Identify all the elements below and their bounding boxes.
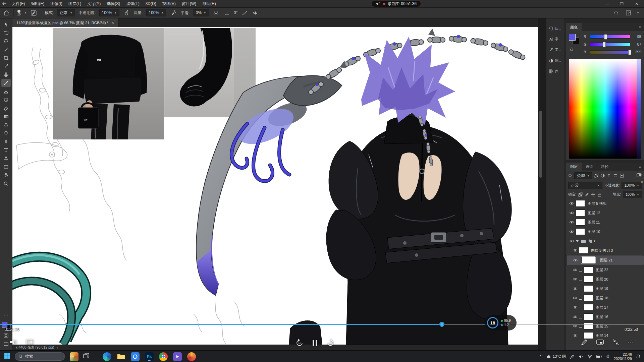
forward-30-button[interactable]: 30 [326,339,335,347]
visibility-eye-icon[interactable] [571,258,579,262]
channel-b-value[interactable]: 255 [633,50,641,54]
workspace-switcher-icon[interactable] [625,9,632,16]
chevron-down-icon[interactable]: ▼ [24,11,27,14]
path-select-tool-button[interactable] [1,155,11,162]
home-icon[interactable] [3,9,10,16]
edit-toolbar-button[interactable]: ⋯ [1,311,11,319]
visibility-eye-icon[interactable] [571,334,579,337]
tab-layers[interactable]: 图层 [566,163,582,171]
eraser-tool-button[interactable] [1,104,11,112]
brush-preset-picker[interactable]: 15 [17,9,21,16]
channel-g-value[interactable]: 87 [633,42,641,46]
layer-thumbnail[interactable] [581,257,595,263]
tab-paths[interactable]: 路径 [597,163,612,171]
more-options-button[interactable]: ⋯ [628,339,635,346]
quick-mask-button[interactable] [1,331,11,339]
adjustments-panel-button[interactable]: 调... [546,55,565,66]
group-expand-caret-icon[interactable] [576,240,579,242]
visibility-eye-icon[interactable] [571,287,579,290]
smoothing-select[interactable]: 0%▼ [193,9,209,16]
vertical-scrollbar[interactable] [539,111,542,178]
panel-menu-icon[interactable]: ≡ [639,25,641,29]
visibility-eye-icon[interactable] [568,211,576,215]
search-icon[interactable] [612,9,620,16]
danmaku-toggle-button[interactable] [26,339,34,345]
layer-group-row[interactable]: 组 1 [566,236,644,246]
layer-thumbnail[interactable] [576,200,585,207]
start-button[interactable] [4,353,10,360]
opacity-select[interactable]: 100%▼ [99,9,120,16]
menu-type[interactable]: 文字(Y) [84,1,104,7]
marquee-tool-button[interactable] [1,29,11,37]
visibility-eye-icon[interactable] [571,268,579,272]
visibility-eye-icon[interactable] [571,315,579,318]
layer-thumbnail[interactable] [584,285,593,292]
gear-icon[interactable] [212,9,220,16]
stylus-tray-icon[interactable] [570,354,575,359]
layer-opacity-select[interactable]: 100%▼ [622,182,642,189]
foreground-color-swatch[interactable] [569,34,576,41]
visibility-eye-icon[interactable] [571,249,579,252]
clone-stamp-tool-button[interactable] [1,87,11,95]
move-tool-button[interactable] [1,20,11,28]
layer-row[interactable]: 图层 11 [566,218,644,227]
visibility-eye-icon[interactable] [571,296,579,300]
character-panel-button[interactable]: A 字... [546,34,565,45]
shape-filter-icon[interactable] [613,173,618,178]
edge-icon[interactable] [103,352,111,361]
healing-tool-button[interactable] [1,71,11,78]
player-timeline[interactable] [0,324,644,325]
current-color-strip[interactable] [637,59,641,159]
photoshop-icon[interactable]: Ps [145,352,154,361]
history-panel-button[interactable]: 历... [546,23,565,34]
lock-transparent-icon[interactable] [578,192,583,197]
layer-row[interactable]: 图层 18 [566,293,644,303]
layer-thumbnail[interactable] [584,266,593,273]
layer-thumbnail[interactable] [576,219,585,226]
dodge-tool-button[interactable] [1,129,11,137]
lock-all-icon[interactable] [597,192,602,197]
close-button[interactable]: ✕ [629,0,644,7]
panel-menu-icon[interactable]: ≡ [639,165,641,169]
lock-pixels-icon[interactable] [585,192,589,197]
layer-row[interactable]: 图层 12 [566,208,644,218]
pressure-opacity-icon[interactable] [123,9,130,16]
chevron-down-icon[interactable]: ▼ [637,11,639,14]
tab-color[interactable]: 颜色 [566,23,582,31]
layer-row[interactable]: 图层 20 [566,275,644,284]
channel-r-value[interactable]: 95 [633,35,641,39]
gradient-tool-button[interactable] [1,113,11,120]
layer-thumbnail[interactable] [576,228,585,235]
type-filter-icon[interactable]: T [607,173,611,178]
visibility-eye-icon[interactable] [571,306,579,309]
exit-fullscreen-button[interactable] [612,339,619,346]
visibility-eye-icon[interactable] [568,221,576,224]
document-tab[interactable]: 1129课堂演示-恢复的.psd @ 66.7% (图层 21, RGB/8#)… [12,18,118,27]
widgets-button[interactable] [70,352,78,361]
weather-widget[interactable]: 13°C 阴 [546,354,566,359]
layer-thumbnail[interactable] [576,209,585,216]
taskbar-clock[interactable]: 22:46 2023/11/29 [614,352,632,361]
pixel-filter-icon[interactable] [594,173,599,178]
libraries-panel-button[interactable]: 库 [546,66,565,77]
menu-view[interactable]: 视图(V) [159,1,179,7]
layer-thumbnail[interactable] [584,304,593,311]
blur-tool-button[interactable] [1,121,11,129]
blend-mode-select[interactable]: 正常▼ [57,9,75,16]
airbrush-icon[interactable] [170,9,177,16]
app-blue-icon[interactable] [131,352,140,361]
history-brush-tool-button[interactable] [1,96,11,104]
filter-toggle-icon[interactable] [636,173,642,177]
menu-select[interactable]: 选择(S) [104,1,123,7]
quick-select-tool-button[interactable] [1,46,11,53]
notification-bell-icon[interactable] [636,354,641,359]
slider-thumb[interactable] [604,34,607,40]
canvas-document[interactable]: HE HE [12,27,538,345]
speaker-tray-icon[interactable] [579,354,583,359]
crop-tool-button[interactable] [1,54,11,62]
tool-presets-panel-button[interactable]: 工... [546,45,565,55]
layer-thumbnail[interactable] [579,247,588,254]
channel-r-slider[interactable] [590,35,630,39]
app-orange-icon[interactable] [187,352,196,361]
rewind-10-button[interactable]: 10 [295,339,304,347]
